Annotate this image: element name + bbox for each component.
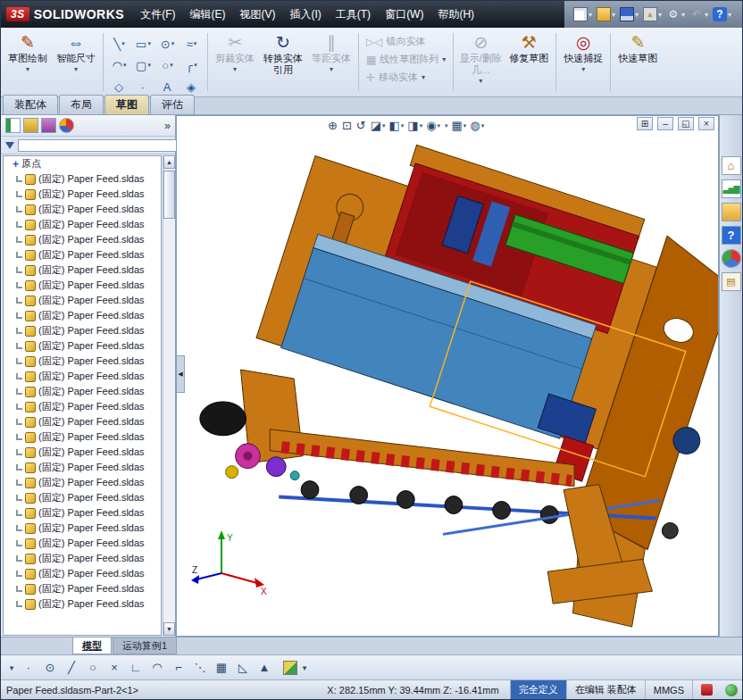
design-library-icon[interactable]: ▃▅▇ <box>722 179 741 198</box>
fillet-tool-icon[interactable]: ╭ ▾ <box>179 54 204 76</box>
tree-item-component[interactable]: (固定) Paper Feed.sldas <box>4 521 161 536</box>
linear-sketch-pattern-button[interactable]: ▦ 线性草图阵列 ▾ <box>363 53 449 66</box>
mirror-entities-button[interactable]: ▷◁ 镜向实体 <box>363 35 449 48</box>
tree-item-component[interactable]: (固定) Paper Feed.sldas <box>4 232 161 247</box>
graphics-viewport[interactable]: ⊕ ⊡ ↺ ◪ ▾ <box>176 115 719 637</box>
ellipse-tool-icon[interactable]: ○ ▾ <box>155 54 179 76</box>
display-delete-relations-button[interactable]: ⊘ 显示/删除几... ▾ <box>457 29 504 95</box>
sketch-plane-icon[interactable]: ▲ <box>255 658 274 678</box>
display-style-icon[interactable]: ◨ ▾ <box>407 119 422 132</box>
zoom-area-icon[interactable]: ⊡ <box>342 119 353 132</box>
offset-entities-button[interactable]: ∥ 等距实体 ▾ <box>308 29 355 95</box>
section-view-icon[interactable]: ◪ ▾ <box>371 119 386 132</box>
tree-item-origin[interactable]: + 原点 <box>4 156 161 171</box>
save-icon[interactable]: ▾ <box>620 7 640 21</box>
sketch-arc-icon[interactable]: ◠ <box>147 658 167 678</box>
appearances-scenes-icon[interactable] <box>722 249 741 268</box>
color-swatch-icon[interactable] <box>283 661 297 675</box>
panel-collapse-button[interactable]: ◀ <box>177 355 185 393</box>
tree-item-component[interactable]: (固定) Paper Feed.sldas <box>4 262 161 278</box>
tile-window-icon[interactable]: ⊞ <box>637 117 653 130</box>
tree-item-component[interactable]: (固定) Paper Feed.sldas <box>4 414 161 429</box>
tree-item-component[interactable]: (固定) Paper Feed.sldas <box>4 566 161 581</box>
scrollbar-thumb[interactable] <box>163 171 175 219</box>
tree-item-component[interactable]: (固定) Paper Feed.sldas <box>4 460 161 475</box>
tree-item-component[interactable]: (固定) Paper Feed.sldas <box>4 445 161 460</box>
tree-scrollbar[interactable]: ▲ ▼ <box>163 155 175 636</box>
circle-tool-icon[interactable]: ⊙ ▾ <box>155 33 179 54</box>
expand-panel-button[interactable]: » <box>164 120 171 132</box>
dimxpert-tab-icon[interactable] <box>59 118 74 133</box>
trim-entities-button[interactable]: ✂ 剪裁实体 ▾ <box>212 29 258 95</box>
sketch-corner-icon[interactable]: ⌐ <box>169 658 188 678</box>
tree-item-component[interactable]: (固定) Paper Feed.sldas <box>4 202 161 217</box>
filter-input[interactable] <box>18 139 178 152</box>
menu-item[interactable]: 帮助(H) <box>430 1 481 28</box>
tree-item-component[interactable]: (固定) Paper Feed.sldas <box>4 429 161 445</box>
sketch-trim-icon[interactable]: × <box>104 658 124 678</box>
tree-item-component[interactable]: (固定) Paper Feed.sldas <box>4 384 161 399</box>
view-settings-icon[interactable]: ◍ ▾ <box>470 119 484 132</box>
menu-item[interactable]: 编辑(E) <box>182 1 232 28</box>
tree-item-component[interactable]: (固定) Paper Feed.sldas <box>4 247 161 262</box>
tree-item-component[interactable]: (固定) Paper Feed.sldas <box>4 536 161 551</box>
sketch-right-angle-icon[interactable]: ∟ <box>126 658 146 678</box>
propertymanager-tab-icon[interactable] <box>23 118 38 133</box>
command-tab[interactable]: 装配体 <box>3 95 58 114</box>
configurationmanager-tab-icon[interactable] <box>41 118 56 133</box>
quick-snaps-button[interactable]: ◎ 快速捕捉 ▾ <box>560 29 606 95</box>
tree-item-component[interactable]: (固定) Paper Feed.sldas <box>4 369 161 384</box>
tree-item-component[interactable]: (固定) Paper Feed.sldas <box>4 596 161 612</box>
command-tab[interactable]: 草图 <box>104 95 149 114</box>
undo-icon[interactable]: ↶ ▾ <box>689 7 710 21</box>
edit-appearance-icon[interactable]: ▾ <box>444 122 448 129</box>
document-tab[interactable]: 模型 <box>72 638 112 654</box>
sketch-ellipse-icon[interactable]: ○ <box>83 658 103 678</box>
move-entities-button[interactable]: ✛ 移动实体 ▾ <box>363 71 449 84</box>
open-icon[interactable]: ▾ <box>597 7 617 21</box>
command-tab[interactable]: 评估 <box>150 95 195 114</box>
tree-item-component[interactable]: (固定) Paper Feed.sldas <box>4 490 161 505</box>
sketch-grid-icon[interactable]: ▦ <box>212 658 231 678</box>
menu-item[interactable]: 窗口(W) <box>378 1 430 28</box>
tree-item-component[interactable]: (固定) Paper Feed.sldas <box>4 171 161 187</box>
spline-tool-icon[interactable]: ≈ ▾ <box>179 33 204 54</box>
apply-scene-icon[interactable]: ▦ ▾ <box>452 119 467 132</box>
arc-tool-icon[interactable]: ◠ ▾ <box>107 54 131 76</box>
model-upper-body[interactable] <box>206 116 718 634</box>
sketch-point-icon[interactable]: · <box>19 658 38 678</box>
close-window-icon[interactable]: × <box>698 117 714 130</box>
menu-item[interactable]: 视图(V) <box>232 1 282 28</box>
status-tag-button[interactable] <box>692 680 721 699</box>
command-tab[interactable]: 布局 <box>59 95 104 114</box>
restore-window-icon[interactable]: ◱ <box>678 117 694 130</box>
featuremanager-tab-icon[interactable] <box>5 118 21 133</box>
tree-item-component[interactable]: (固定) Paper Feed.sldas <box>4 475 161 490</box>
tree-item-component[interactable]: (固定) Paper Feed.sldas <box>4 551 161 566</box>
scroll-up-icon[interactable]: ▲ <box>163 155 175 169</box>
tree-item-component[interactable]: (固定) Paper Feed.sldas <box>4 354 161 369</box>
previous-view-icon[interactable]: ↺ <box>356 119 367 132</box>
sketch-line-icon[interactable]: ╱ <box>62 658 81 678</box>
help-icon[interactable]: ? ▾ <box>713 7 733 21</box>
flyout-dropdown-icon[interactable]: ▾ <box>6 658 17 678</box>
minimize-window-icon[interactable]: – <box>657 117 673 130</box>
hide-show-items-icon[interactable]: ◉ ▾ <box>426 119 440 132</box>
sketch-draw-button[interactable]: ✎ 草图绘制 ▾ <box>4 29 51 95</box>
scroll-down-icon[interactable]: ▼ <box>163 622 175 636</box>
print-icon[interactable]: ▲ ▾ <box>643 7 664 21</box>
tree-item-component[interactable]: (固定) Paper Feed.sldas <box>4 278 161 293</box>
quick-tips-icon[interactable] <box>725 684 738 696</box>
rectangle-tool-icon[interactable]: ▭ ▾ <box>131 33 155 54</box>
sketch-circle-icon[interactable]: ⊙ <box>40 658 60 678</box>
menu-item[interactable]: 插入(I) <box>282 1 328 28</box>
quick-sketch-button[interactable]: ✎ 快速草图 <box>614 29 661 95</box>
tree-item-component[interactable]: (固定) Paper Feed.sldas <box>4 323 161 338</box>
repair-sketch-button[interactable]: ⚒ 修复草图 <box>505 29 552 95</box>
convert-entities-button[interactable]: ↻ 转换实体引用 <box>260 29 306 95</box>
smart-dimension-button[interactable]: ⇔ 智能尺寸 ▾ <box>53 29 99 95</box>
resources-home-icon[interactable]: ⌂ <box>722 156 741 175</box>
tree-item-component[interactable]: (固定) Paper Feed.sldas <box>4 217 161 232</box>
status-units-selector[interactable]: MMGS <box>645 680 692 699</box>
sketch-pattern-icon[interactable]: ⋱ <box>190 658 210 678</box>
